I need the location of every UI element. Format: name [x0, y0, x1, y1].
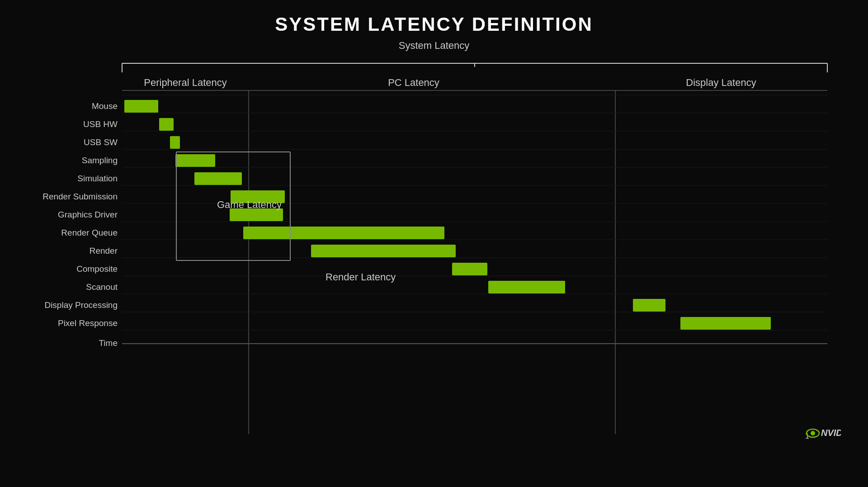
- label-composite: Composite: [76, 264, 118, 274]
- bar-graphics-driver: [230, 208, 283, 221]
- bar-sampling: [175, 154, 215, 167]
- label-graphics-driver: Graphics Driver: [58, 210, 118, 219]
- bar-display-processing: [633, 299, 665, 312]
- time-label: Time: [99, 338, 118, 348]
- bar-render-queue: [243, 227, 444, 239]
- display-label: Display Latency: [686, 77, 756, 88]
- render-latency-label: Render Latency: [326, 271, 396, 283]
- label-mouse: Mouse: [92, 101, 118, 111]
- bar-render: [311, 245, 456, 257]
- label-usbhw: USB HW: [83, 119, 118, 129]
- main-title: SYSTEM LATENCY DEFINITION: [27, 14, 841, 35]
- game-latency-label: Game Latency: [217, 199, 282, 210]
- bar-simulation: [194, 172, 242, 185]
- nvidia-text: NVIDIA.: [821, 428, 841, 438]
- label-scanout: Scanout: [86, 282, 118, 292]
- label-sampling: Sampling: [82, 156, 118, 165]
- label-render-submission: Render Submission: [42, 192, 118, 201]
- pc-label: PC Latency: [388, 77, 439, 88]
- bar-scanout: [488, 281, 565, 293]
- bar-mouse: [124, 100, 158, 113]
- svg-point-25: [811, 431, 815, 435]
- label-simulation: Simulation: [77, 174, 118, 183]
- nvidia-logo: NVIDIA.: [807, 428, 841, 438]
- peripheral-label: Peripheral Latency: [144, 77, 226, 88]
- label-render: Render: [90, 246, 118, 255]
- chart-svg: text { font-family: Arial, sans-serif; f…: [27, 50, 841, 452]
- bar-composite: [452, 263, 487, 275]
- label-usbsw: USB SW: [84, 137, 118, 147]
- label-pixel-response: Pixel Response: [58, 318, 118, 328]
- slide-container: SYSTEM LATENCY DEFINITION System Latency…: [0, 0, 868, 487]
- bar-usbsw: [170, 136, 180, 149]
- bar-pixel-response: [680, 317, 771, 330]
- label-render-queue: Render Queue: [61, 228, 118, 237]
- bar-usbhw: [159, 118, 174, 131]
- label-display-processing: Display Processing: [44, 300, 118, 310]
